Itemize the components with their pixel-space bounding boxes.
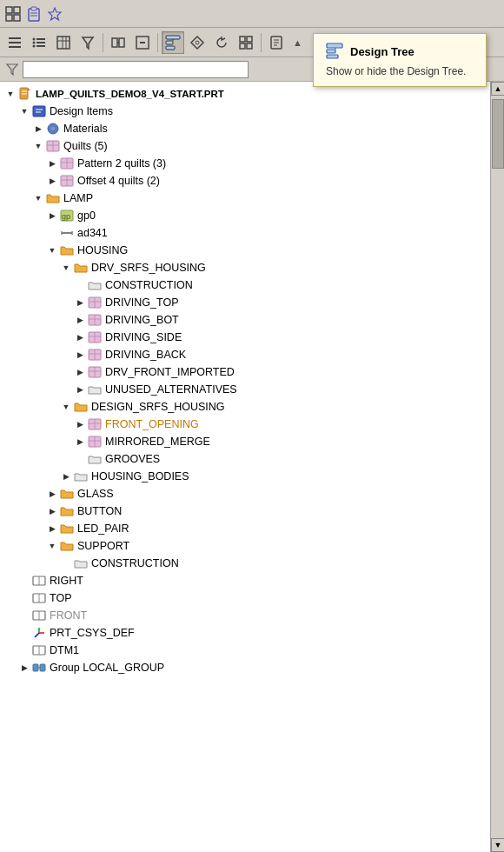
toolbar-btn-2[interactable] — [28, 31, 50, 54]
tree-node-group-local[interactable]: ▶Group LOCAL_GROUP — [0, 659, 490, 676]
tree-node-construction2[interactable]: CONSTRUCTION — [0, 555, 490, 572]
label-gp0: gp0 — [77, 210, 96, 222]
tree-node-housing-bodies[interactable]: ▶HOUSING_BODIES — [0, 468, 490, 485]
tree-node-mirrored-merge[interactable]: ▶MIRRORED_MERGE — [0, 433, 490, 450]
toolbar-btn-3[interactable] — [52, 31, 75, 54]
svg-rect-100 — [327, 55, 338, 58]
svg-rect-22 — [112, 38, 117, 47]
expander-drv-srfs-housing[interactable]: ▼ — [59, 261, 73, 275]
tree-node-lamp[interactable]: ▼LAMP — [0, 190, 490, 207]
expander-driving-side[interactable]: ▶ — [73, 330, 87, 344]
expander-drv-front-imported[interactable]: ▶ — [73, 365, 87, 379]
toolbar-btn-8[interactable] — [186, 31, 209, 54]
tree-node-design-srfs-housing[interactable]: ▼DESIGN_SRFS_HOUSING — [0, 398, 490, 416]
expander-unused-alternatives[interactable]: ▶ — [73, 383, 87, 396]
svg-rect-3 — [14, 15, 20, 21]
scrollbar-up-button[interactable]: ▲ — [491, 82, 504, 96]
expander-materials[interactable]: ▶ — [31, 122, 45, 136]
tree-node-gp0[interactable]: ▶gpgp0 — [0, 207, 490, 224]
expander-lamp[interactable]: ▼ — [31, 191, 45, 205]
expander-driving-top[interactable]: ▶ — [73, 296, 87, 310]
star-tab-icon[interactable] — [45, 4, 64, 23]
tree-node-offset4[interactable]: ▶Offset 4 quilts (2) — [0, 172, 490, 190]
icon-construction2 — [73, 556, 89, 571]
expander-pattern2[interactable]: ▶ — [45, 156, 59, 170]
tree-node-unused-alternatives[interactable]: ▶UNUSED_ALTERNATIVES — [0, 381, 490, 398]
tree-node-support[interactable]: ▼SUPPORT — [0, 537, 490, 555]
tree-node-driving-side[interactable]: ▶DRIVING_SIDE — [0, 329, 490, 346]
tree-node-driving-back[interactable]: ▶DRIVING_BACK — [0, 346, 490, 363]
icon-group-local — [31, 660, 47, 676]
label-mirrored-merge: MIRRORED_MERGE — [105, 436, 210, 448]
tree-node-drv-srfs-housing[interactable]: ▼DRV_SRFS_HOUSING — [0, 259, 490, 276]
tree-node-design-items[interactable]: ▼Design Items — [0, 103, 490, 120]
tree-node-construction1[interactable]: CONSTRUCTION — [0, 276, 490, 294]
tree-node-drv-front-imported[interactable]: ▶DRV_FRONT_IMPORTED — [0, 363, 490, 381]
expander-button[interactable]: ▶ — [45, 504, 59, 518]
filter-input[interactable] — [23, 61, 249, 78]
tree-node-led-pair[interactable]: ▶LED_PAIR — [0, 520, 490, 537]
scrollbar-down-button[interactable]: ▼ — [491, 838, 504, 852]
grid-tab-icon[interactable] — [3, 4, 23, 23]
tree-node-quilts[interactable]: ▼Quilts (5) — [0, 137, 490, 155]
tree-node-materials[interactable]: ▶Materials — [0, 120, 490, 137]
expander-support[interactable]: ▼ — [45, 539, 59, 553]
expander-quilts[interactable]: ▼ — [31, 139, 45, 153]
label-front: FRONT — [50, 609, 87, 622]
toolbar-btn-1[interactable] — [3, 31, 26, 54]
tree-node-right[interactable]: RIGHT — [0, 572, 490, 589]
tree-node-driving-top[interactable]: ▶DRIVING_TOP — [0, 294, 490, 311]
toolbar-btn-6[interactable] — [131, 31, 154, 54]
expander-led-pair[interactable]: ▶ — [45, 522, 59, 536]
tree-node-button[interactable]: ▶BUTTON — [0, 503, 490, 520]
icon-right — [31, 573, 47, 589]
label-construction1: CONSTRUCTION — [105, 279, 193, 291]
expander-housing-bodies[interactable]: ▶ — [59, 469, 73, 483]
svg-rect-33 — [247, 37, 252, 42]
tree-node-driving-bot[interactable]: ▶DRIVING_BOT — [0, 311, 490, 329]
tree-node-housing[interactable]: ▼HOUSING — [0, 242, 490, 259]
tree-node-dtm1[interactable]: DTM1 — [0, 642, 490, 659]
expander-group-local[interactable]: ▶ — [17, 661, 31, 675]
tree-node-grooves[interactable]: GROOVES — [0, 450, 490, 468]
separator-3 — [261, 33, 262, 52]
expander-mirrored-merge[interactable]: ▶ — [73, 435, 87, 449]
toolbar-btn-5[interactable] — [107, 31, 129, 54]
expander-driving-back[interactable]: ▶ — [73, 348, 87, 362]
scrollbar-thumb[interactable] — [492, 99, 504, 169]
toolbar-btn-11[interactable] — [265, 31, 288, 54]
expander-design-srfs-housing[interactable]: ▼ — [59, 400, 73, 414]
tree-node-pattern2[interactable]: ▶Pattern 2 quilts (3) — [0, 155, 490, 172]
label-led-pair: LED_PAIR — [77, 523, 129, 535]
label-design-items: Design Items — [50, 105, 113, 117]
toolbar-btn-9[interactable] — [210, 31, 233, 54]
design-tree-button[interactable] — [162, 31, 184, 54]
tree-node-prt-csys-def[interactable]: PRT_CSYS_DEF — [0, 624, 490, 642]
expander-offset4[interactable]: ▶ — [45, 174, 59, 188]
label-unused-alternatives: UNUSED_ALTERNATIVES — [105, 383, 237, 396]
svg-rect-99 — [327, 50, 335, 53]
tree-node-ad341[interactable]: ad341 — [0, 224, 490, 242]
expander-driving-bot[interactable]: ▶ — [73, 313, 87, 327]
expander-housing[interactable]: ▼ — [45, 243, 59, 257]
expander-design-items[interactable]: ▼ — [17, 104, 31, 118]
expander-front-opening[interactable]: ▶ — [73, 417, 87, 431]
tree-node-front-opening[interactable]: ▶FRONT_OPENING — [0, 416, 490, 433]
toolbar-btn-10[interactable] — [235, 31, 257, 54]
tree-node-front[interactable]: FRONT — [0, 607, 490, 624]
scrollbar[interactable]: ▲ ▼ — [490, 82, 504, 852]
svg-line-92 — [35, 633, 39, 637]
clipboard-tab-icon[interactable] — [24, 4, 43, 23]
tree-node-top[interactable]: TOP — [0, 589, 490, 607]
icon-top — [31, 590, 47, 606]
expander-gp0[interactable]: ▶ — [45, 209, 59, 223]
label-drv-front-imported: DRV_FRONT_IMPORTED — [105, 366, 235, 378]
toolbar-btn-4[interactable] — [76, 31, 99, 54]
tree-root-node[interactable]: ▼ LAMP_QUILTS_DEMO8_V4_START.PRT — [0, 85, 490, 103]
icon-grooves — [87, 451, 103, 467]
expander-glass[interactable]: ▶ — [45, 487, 59, 501]
root-label: LAMP_QUILTS_DEMO8_V4_START.PRT — [36, 89, 224, 99]
icon-unused-alternatives — [87, 382, 103, 397]
root-expander[interactable]: ▼ — [3, 87, 17, 101]
tree-node-glass[interactable]: ▶GLASS — [0, 485, 490, 503]
